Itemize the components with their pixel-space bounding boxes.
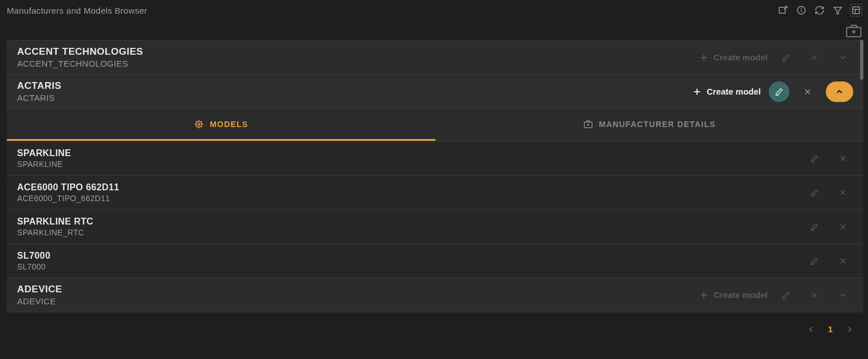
model-code: ACE6000_TIPO_662D11	[17, 194, 119, 203]
tab-details-label: MANUFACTURER DETAILS	[599, 120, 716, 129]
manufacturer-names: ADEVICE ADEVICE	[17, 284, 62, 306]
export-icon[interactable]	[777, 4, 789, 17]
scrollbar-thumb[interactable]	[860, 40, 863, 80]
model-names: ACE6000 TIPO 662D11 ACE6000_TIPO_662D11	[17, 182, 119, 203]
create-model-label: Create model	[714, 52, 768, 62]
edit-button[interactable]	[776, 47, 796, 68]
model-display-name: SPARKLINE RTC	[17, 217, 93, 227]
manufacturer-row[interactable]: ACCENT TECHNOLOGIES ACCENT_TECHNOLOGIES …	[7, 40, 863, 75]
briefcase-icon[interactable]	[845, 24, 862, 38]
edit-button[interactable]	[804, 148, 825, 169]
gear-icon	[194, 119, 204, 129]
manufacturer-names: ACTARIS ACTARIS	[17, 80, 62, 103]
manufacturer-display-name: ADEVICE	[17, 284, 62, 295]
create-model-button[interactable]: Create model	[699, 290, 768, 300]
model-names: SPARKLINE RTC SPARKLINE_RTC	[17, 217, 93, 237]
model-row[interactable]: ACE6000 TIPO 662D11 ACE6000_TIPO_662D11	[7, 176, 863, 210]
model-display-name: SL7000	[17, 251, 50, 261]
manufacturer-code: ADEVICE	[17, 296, 62, 306]
row-actions: Create model	[699, 285, 853, 305]
tab-models[interactable]: MODELS	[7, 109, 435, 141]
svg-line-26	[201, 126, 202, 127]
model-display-name: ACE6000 TIPO 662D11	[17, 182, 119, 193]
manufacturer-row[interactable]: ACTARIS ACTARIS Create model	[7, 75, 863, 109]
manufacturer-code: ACCENT_TECHNOLOGIES	[17, 59, 143, 68]
row-actions	[804, 251, 853, 271]
toolbar	[777, 4, 862, 17]
collapse-button[interactable]	[826, 81, 853, 102]
content: ACCENT TECHNOLOGIES ACCENT_TECHNOLOGIES …	[7, 40, 863, 334]
model-display-name: SPARKLINE	[17, 148, 71, 158]
create-model-label: Create model	[714, 290, 768, 300]
row-actions: Create model	[692, 81, 853, 102]
svg-rect-4	[853, 7, 859, 14]
svg-line-28	[196, 126, 197, 127]
model-row[interactable]: SL7000 SL7000	[7, 244, 863, 278]
delete-button[interactable]	[804, 47, 825, 68]
sub-bar	[0, 21, 868, 40]
delete-button[interactable]	[833, 182, 853, 203]
create-model-button[interactable]: Create model	[699, 52, 768, 63]
svg-line-25	[196, 121, 197, 122]
briefcase-icon	[583, 119, 593, 129]
row-actions	[804, 217, 853, 237]
delete-button[interactable]	[797, 81, 818, 102]
manufacturer-tabs: MODELS MANUFACTURER DETAILS	[7, 109, 863, 141]
current-page: 1	[828, 324, 833, 334]
row-actions: Create model	[699, 47, 853, 68]
tab-models-label: MODELS	[210, 120, 248, 129]
create-model-button[interactable]: Create model	[692, 87, 761, 97]
model-row[interactable]: SPARKLINE SPARKLINE	[7, 141, 863, 176]
edit-button[interactable]	[804, 182, 825, 203]
manufacturer-code: ACTARIS	[17, 93, 62, 103]
next-page-button[interactable]	[845, 325, 854, 334]
edit-button[interactable]	[804, 217, 825, 237]
prev-page-button[interactable]	[806, 325, 816, 334]
row-actions	[804, 182, 853, 203]
manufacturer-names: ACCENT TECHNOLOGIES ACCENT_TECHNOLOGIES	[17, 46, 143, 68]
svg-line-27	[201, 121, 202, 122]
delete-button[interactable]	[833, 148, 853, 169]
row-actions	[804, 148, 853, 169]
delete-button[interactable]	[804, 285, 825, 305]
delete-button[interactable]	[833, 217, 853, 237]
model-names: SPARKLINE SPARKLINE	[17, 148, 71, 169]
manufacturer-list[interactable]: ACCENT TECHNOLOGIES ACCENT_TECHNOLOGIES …	[7, 40, 863, 316]
svg-point-20	[198, 123, 200, 125]
edit-button[interactable]	[776, 285, 796, 305]
svg-point-8	[853, 31, 855, 33]
edit-button[interactable]	[769, 81, 789, 102]
manufacturer-display-name: ACTARIS	[17, 80, 62, 92]
pager: 1	[7, 316, 863, 334]
tab-manufacturer-details[interactable]: MANUFACTURER DETAILS	[435, 109, 864, 141]
model-code: SPARKLINE_RTC	[17, 228, 93, 237]
svg-point-19	[196, 121, 202, 127]
expand-button[interactable]	[833, 47, 853, 68]
page-title: Manufacturers and Models Browser	[7, 6, 147, 15]
layout-icon[interactable]	[850, 4, 862, 17]
manufacturer-display-name: ACCENT TECHNOLOGIES	[17, 46, 143, 58]
model-code: SPARKLINE	[17, 160, 71, 169]
model-names: SL7000 SL7000	[17, 251, 50, 271]
svg-point-3	[801, 9, 802, 9]
model-row[interactable]: SPARKLINE RTC SPARKLINE_RTC	[7, 210, 863, 244]
model-code: SL7000	[17, 262, 50, 271]
manufacturer-row[interactable]: ADEVICE ADEVICE Create model	[7, 278, 863, 312]
refresh-icon[interactable]	[813, 4, 826, 17]
top-bar: Manufacturers and Models Browser	[0, 0, 868, 21]
delete-button[interactable]	[833, 251, 853, 271]
create-model-label: Create model	[707, 87, 761, 96]
svg-rect-7	[847, 27, 861, 36]
expand-button[interactable]	[833, 285, 853, 305]
info-icon[interactable]	[795, 4, 808, 17]
edit-button[interactable]	[804, 251, 825, 271]
svg-point-30	[588, 124, 589, 125]
filter-icon[interactable]	[832, 4, 844, 17]
svg-rect-0	[779, 7, 785, 14]
